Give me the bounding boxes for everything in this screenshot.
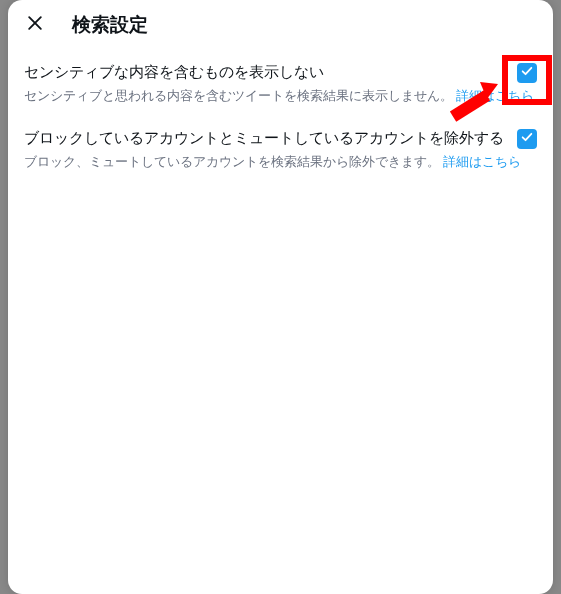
option-hide-sensitive: センシティブな内容を含むものを表示しない センシティブと思われる内容を含むツイー… <box>8 50 553 116</box>
checkbox-exclude-blocked[interactable] <box>517 129 537 149</box>
close-button[interactable] <box>18 8 52 42</box>
learn-more-link[interactable]: 詳細はこちら <box>443 155 521 169</box>
check-icon <box>520 64 534 82</box>
learn-more-link[interactable]: 詳細はこちら <box>456 89 534 103</box>
checkbox-hide-sensitive[interactable] <box>517 63 537 83</box>
option-exclude-blocked: ブロックしているアカウントとミュートしているアカウントを除外する ブロック、ミュ… <box>8 116 553 182</box>
option-description: ブロック、ミュートしているアカウントを検索結果から除外できます。 詳細はこちら <box>24 153 537 172</box>
option-title: センシティブな内容を含むものを表示しない <box>24 62 517 82</box>
option-desc-text: センシティブと思われる内容を含むツイートを検索結果に表示しません。 <box>24 89 453 103</box>
option-desc-text: ブロック、ミュートしているアカウントを検索結果から除外できます。 <box>24 155 440 169</box>
search-settings-modal: 検索設定 センシティブな内容を含むものを表示しない センシティブと思われる内容を… <box>8 0 553 594</box>
option-description: センシティブと思われる内容を含むツイートを検索結果に表示しません。 詳細はこちら <box>24 87 537 106</box>
modal-header: 検索設定 <box>8 0 553 50</box>
close-icon <box>25 13 45 37</box>
modal-title: 検索設定 <box>72 12 148 38</box>
option-title: ブロックしているアカウントとミュートしているアカウントを除外する <box>24 128 517 148</box>
check-icon <box>520 130 534 148</box>
